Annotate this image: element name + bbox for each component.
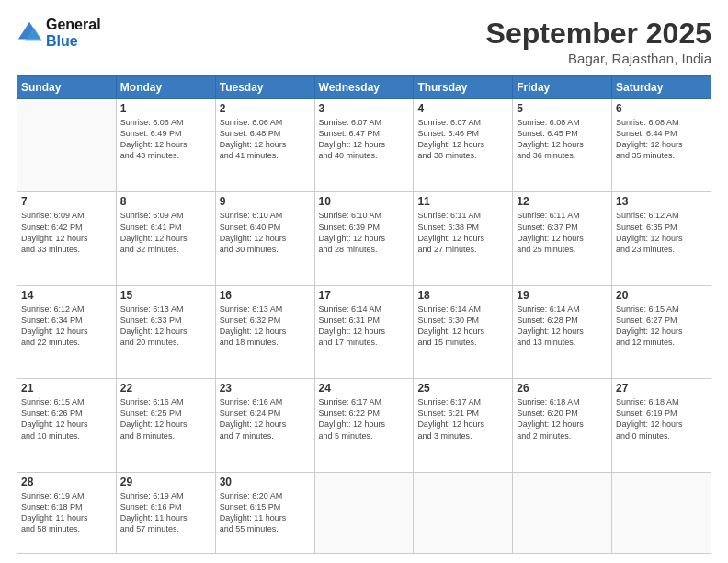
- day-number: 1: [120, 102, 211, 115]
- day-number: 13: [616, 195, 707, 208]
- calendar-day-cell: 15Sunrise: 6:13 AM Sunset: 6:33 PM Dayli…: [116, 285, 215, 378]
- day-info: Sunrise: 6:13 AM Sunset: 6:33 PM Dayligh…: [120, 304, 211, 349]
- calendar-day-cell: 18Sunrise: 6:14 AM Sunset: 6:30 PM Dayli…: [414, 285, 513, 378]
- day-number: 8: [120, 195, 211, 208]
- calendar-day-cell: 14Sunrise: 6:12 AM Sunset: 6:34 PM Dayli…: [17, 285, 117, 378]
- day-info: Sunrise: 6:11 AM Sunset: 6:37 PM Dayligh…: [517, 210, 608, 255]
- calendar-header-friday: Friday: [513, 76, 612, 99]
- logo-text: General Blue: [46, 17, 101, 49]
- calendar-day-cell: 23Sunrise: 6:16 AM Sunset: 6:24 PM Dayli…: [215, 379, 314, 472]
- calendar-day-cell: 8Sunrise: 6:09 AM Sunset: 6:41 PM Daylig…: [116, 192, 215, 285]
- logo-icon: [17, 20, 42, 46]
- calendar-day-cell: 2Sunrise: 6:06 AM Sunset: 6:48 PM Daylig…: [215, 99, 314, 192]
- day-number: 18: [417, 289, 508, 302]
- day-info: Sunrise: 6:15 AM Sunset: 6:26 PM Dayligh…: [21, 396, 112, 442]
- day-number: 21: [21, 382, 112, 395]
- day-info: Sunrise: 6:06 AM Sunset: 6:49 PM Dayligh…: [120, 117, 211, 162]
- day-info: Sunrise: 6:13 AM Sunset: 6:32 PM Dayligh…: [220, 304, 311, 349]
- calendar-header-sunday: Sunday: [17, 76, 117, 99]
- page: General Blue September 2025 Bagar, Rajas…: [0, 0, 728, 563]
- day-info: Sunrise: 6:19 AM Sunset: 6:18 PM Dayligh…: [21, 490, 112, 535]
- day-info: Sunrise: 6:18 AM Sunset: 6:20 PM Dayligh…: [517, 396, 608, 442]
- calendar-day-cell: 22Sunrise: 6:16 AM Sunset: 6:25 PM Dayli…: [116, 379, 215, 472]
- calendar-header-row: SundayMondayTuesdayWednesdayThursdayFrid…: [17, 76, 711, 99]
- header: General Blue September 2025 Bagar, Rajas…: [17, 17, 711, 66]
- day-number: 23: [220, 382, 311, 395]
- calendar-header-saturday: Saturday: [612, 76, 711, 99]
- calendar-day-cell: [17, 99, 117, 192]
- calendar-day-cell: 29Sunrise: 6:19 AM Sunset: 6:16 PM Dayli…: [116, 472, 215, 554]
- calendar-header-wednesday: Wednesday: [314, 76, 414, 99]
- calendar-week-row: 21Sunrise: 6:15 AM Sunset: 6:26 PM Dayli…: [17, 379, 711, 472]
- calendar-day-cell: 9Sunrise: 6:10 AM Sunset: 6:40 PM Daylig…: [215, 192, 314, 285]
- calendar-day-cell: 3Sunrise: 6:07 AM Sunset: 6:47 PM Daylig…: [314, 99, 414, 192]
- calendar-day-cell: [513, 472, 612, 554]
- calendar-week-row: 14Sunrise: 6:12 AM Sunset: 6:34 PM Dayli…: [17, 285, 711, 378]
- day-info: Sunrise: 6:19 AM Sunset: 6:16 PM Dayligh…: [120, 490, 211, 535]
- calendar-week-row: 28Sunrise: 6:19 AM Sunset: 6:18 PM Dayli…: [17, 472, 711, 554]
- logo: General Blue: [17, 17, 101, 49]
- calendar-week-row: 1Sunrise: 6:06 AM Sunset: 6:49 PM Daylig…: [17, 99, 711, 192]
- calendar-day-cell: 17Sunrise: 6:14 AM Sunset: 6:31 PM Dayli…: [314, 285, 414, 378]
- day-number: 16: [220, 289, 311, 302]
- day-info: Sunrise: 6:14 AM Sunset: 6:31 PM Dayligh…: [319, 304, 410, 349]
- day-info: Sunrise: 6:09 AM Sunset: 6:42 PM Dayligh…: [21, 210, 112, 255]
- day-info: Sunrise: 6:12 AM Sunset: 6:34 PM Dayligh…: [21, 304, 112, 349]
- day-number: 11: [417, 195, 508, 208]
- day-number: 4: [417, 102, 508, 115]
- day-info: Sunrise: 6:08 AM Sunset: 6:45 PM Dayligh…: [517, 117, 608, 162]
- calendar-day-cell: 1Sunrise: 6:06 AM Sunset: 6:49 PM Daylig…: [116, 99, 215, 192]
- day-info: Sunrise: 6:16 AM Sunset: 6:25 PM Dayligh…: [120, 396, 211, 442]
- calendar-day-cell: 21Sunrise: 6:15 AM Sunset: 6:26 PM Dayli…: [17, 379, 117, 472]
- day-info: Sunrise: 6:08 AM Sunset: 6:44 PM Dayligh…: [616, 117, 707, 162]
- day-info: Sunrise: 6:07 AM Sunset: 6:47 PM Dayligh…: [319, 117, 410, 162]
- calendar-header-tuesday: Tuesday: [215, 76, 314, 99]
- calendar-day-cell: 27Sunrise: 6:18 AM Sunset: 6:19 PM Dayli…: [612, 379, 711, 472]
- day-number: 28: [21, 476, 112, 488]
- day-number: 7: [21, 195, 112, 208]
- day-number: 29: [120, 476, 211, 488]
- calendar-day-cell: 10Sunrise: 6:10 AM Sunset: 6:39 PM Dayli…: [314, 192, 414, 285]
- calendar-day-cell: 16Sunrise: 6:13 AM Sunset: 6:32 PM Dayli…: [215, 285, 314, 378]
- calendar-day-cell: 20Sunrise: 6:15 AM Sunset: 6:27 PM Dayli…: [612, 285, 711, 378]
- day-info: Sunrise: 6:14 AM Sunset: 6:28 PM Dayligh…: [517, 304, 608, 349]
- calendar-header-monday: Monday: [116, 76, 215, 99]
- day-info: Sunrise: 6:10 AM Sunset: 6:39 PM Dayligh…: [319, 210, 410, 255]
- calendar-day-cell: 5Sunrise: 6:08 AM Sunset: 6:45 PM Daylig…: [513, 99, 612, 192]
- day-number: 2: [220, 102, 311, 115]
- day-number: 17: [319, 289, 410, 302]
- calendar-header-thursday: Thursday: [414, 76, 513, 99]
- calendar-day-cell: 4Sunrise: 6:07 AM Sunset: 6:46 PM Daylig…: [414, 99, 513, 192]
- calendar-day-cell: [612, 472, 711, 554]
- calendar-day-cell: [314, 472, 414, 554]
- calendar-table: SundayMondayTuesdayWednesdayThursdayFrid…: [17, 75, 711, 554]
- day-number: 6: [616, 102, 707, 115]
- day-number: 19: [517, 289, 608, 302]
- day-info: Sunrise: 6:07 AM Sunset: 6:46 PM Dayligh…: [417, 117, 508, 162]
- day-info: Sunrise: 6:09 AM Sunset: 6:41 PM Dayligh…: [120, 210, 211, 255]
- page-title: September 2025: [486, 17, 711, 51]
- calendar-day-cell: 25Sunrise: 6:17 AM Sunset: 6:21 PM Dayli…: [414, 379, 513, 472]
- day-number: 25: [417, 382, 508, 395]
- day-info: Sunrise: 6:17 AM Sunset: 6:22 PM Dayligh…: [319, 396, 410, 442]
- day-info: Sunrise: 6:12 AM Sunset: 6:35 PM Dayligh…: [616, 210, 707, 255]
- calendar-day-cell: 7Sunrise: 6:09 AM Sunset: 6:42 PM Daylig…: [17, 192, 117, 285]
- calendar-day-cell: 6Sunrise: 6:08 AM Sunset: 6:44 PM Daylig…: [612, 99, 711, 192]
- day-info: Sunrise: 6:15 AM Sunset: 6:27 PM Dayligh…: [616, 304, 707, 349]
- calendar-day-cell: 11Sunrise: 6:11 AM Sunset: 6:38 PM Dayli…: [414, 192, 513, 285]
- title-block: September 2025 Bagar, Rajasthan, India: [486, 17, 711, 66]
- calendar-day-cell: 12Sunrise: 6:11 AM Sunset: 6:37 PM Dayli…: [513, 192, 612, 285]
- page-subtitle: Bagar, Rajasthan, India: [486, 51, 711, 66]
- calendar-day-cell: 28Sunrise: 6:19 AM Sunset: 6:18 PM Dayli…: [17, 472, 117, 554]
- day-number: 14: [21, 289, 112, 302]
- day-number: 15: [120, 289, 211, 302]
- day-number: 22: [120, 382, 211, 395]
- day-info: Sunrise: 6:11 AM Sunset: 6:38 PM Dayligh…: [417, 210, 508, 255]
- day-number: 20: [616, 289, 707, 302]
- calendar-week-row: 7Sunrise: 6:09 AM Sunset: 6:42 PM Daylig…: [17, 192, 711, 285]
- day-number: 3: [319, 102, 410, 115]
- calendar-day-cell: 13Sunrise: 6:12 AM Sunset: 6:35 PM Dayli…: [612, 192, 711, 285]
- day-info: Sunrise: 6:06 AM Sunset: 6:48 PM Dayligh…: [220, 117, 311, 162]
- day-info: Sunrise: 6:10 AM Sunset: 6:40 PM Dayligh…: [220, 210, 311, 255]
- day-number: 30: [220, 476, 311, 488]
